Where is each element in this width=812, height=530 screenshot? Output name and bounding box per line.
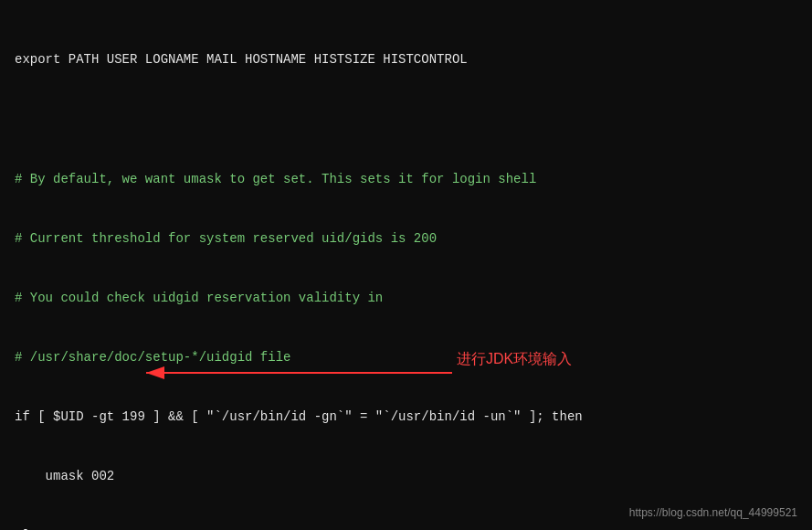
line-4: # Current threshold for system reserved … bbox=[15, 229, 797, 249]
line-8: umask 002 bbox=[15, 467, 797, 487]
line-1: export PATH USER LOGNAME MAIL HOSTNAME H… bbox=[15, 50, 797, 70]
code-content: export PATH USER LOGNAME MAIL HOSTNAME H… bbox=[15, 11, 797, 530]
line-5: # You could check uidgid reservation val… bbox=[15, 289, 797, 309]
watermark-text: https://blog.csdn.net/qq_44999521 bbox=[629, 506, 797, 519]
annotation-arrow bbox=[142, 359, 470, 387]
terminal-window: export PATH USER LOGNAME MAIL HOSTNAME H… bbox=[0, 0, 812, 530]
line-9: else bbox=[15, 526, 797, 530]
line-2 bbox=[15, 110, 797, 130]
line-3: # By default, we want umask to get set. … bbox=[15, 170, 797, 190]
line-7: if [ $UID -gt 199 ] && [ "`/usr/bin/id -… bbox=[15, 408, 797, 428]
annotation-label: 进行JDK环境输入 bbox=[457, 350, 572, 369]
